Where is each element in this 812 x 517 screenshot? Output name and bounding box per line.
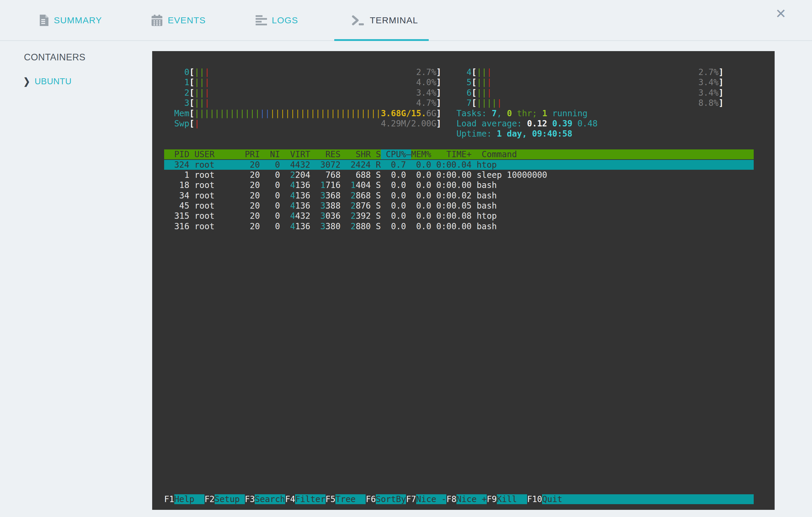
- tab-summary[interactable]: SUMMARY: [39, 0, 102, 40]
- fkey-f6[interactable]: F6SortBy: [366, 494, 406, 504]
- htop-uptime-row: Uptime: 1 day, 09:40:58: [164, 129, 754, 139]
- terminal[interactable]: 0[||| 2.7%] 4[||| 2.7%] 1[||| 4.0%] 5[||…: [152, 51, 775, 510]
- document-icon: [39, 14, 49, 26]
- htop-swp-load-row: Swp[| 4.29M/2.00G] Load average: 0.12 0.…: [164, 119, 754, 129]
- htop-process-row[interactable]: 315 root 20 0 4432 3036 2392 S 0.0 0.0 0…: [164, 211, 754, 221]
- terminal-content: 0[||| 2.7%] 4[||| 2.7%] 1[||| 4.0%] 5[||…: [164, 67, 754, 232]
- sidebar-item-label: UBUNTU: [35, 77, 72, 86]
- tab-terminal[interactable]: TERMINAL: [351, 0, 418, 40]
- fkey-f7[interactable]: F7Nice -: [406, 494, 446, 504]
- tab-events[interactable]: EVENTS: [151, 0, 206, 40]
- fkey-f1[interactable]: F1Help: [164, 494, 204, 504]
- fkey-f2[interactable]: F2Setup: [204, 494, 245, 504]
- fkey-f10[interactable]: F10Quit: [527, 494, 573, 504]
- chevron-right-icon: ❯: [23, 76, 30, 87]
- htop-process-row[interactable]: 18 root 20 0 4136 1716 1404 S 0.0 0.0 0:…: [164, 180, 754, 190]
- tab-label: TERMINAL: [370, 15, 418, 25]
- htop-cpu-meters-row: 3[||| 4.7%] 7[||||| 8.8%]: [164, 98, 754, 108]
- fkey-f3[interactable]: F3Search: [245, 494, 285, 504]
- htop-process-row[interactable]: 1 root 20 0 2204 768 688 S 0.0 0.0 0:00.…: [164, 170, 754, 180]
- terminal-icon: [351, 14, 365, 26]
- htop-process-row[interactable]: 316 root 20 0 4136 3380 2880 S 0.0 0.0 0…: [164, 221, 754, 232]
- sidebar-item-ubuntu[interactable]: ❯ UBUNTU: [23, 77, 71, 86]
- terminal-fbar: F1Help F2Setup F3SearchF4FilterF5Tree F6…: [164, 494, 754, 505]
- htop-cpu-meters-row: 1[||| 4.0%] 5[||| 3.4%]: [164, 78, 754, 88]
- tab-label: LOGS: [272, 15, 298, 25]
- logs-icon: [256, 14, 267, 26]
- htop-mem-tasks-row: Mem[||||||||||||||||||||||||||||||||||||…: [164, 109, 754, 119]
- close-button[interactable]: ✕: [775, 7, 786, 20]
- calendar-icon: [151, 14, 163, 26]
- htop-blank-line: [164, 139, 754, 149]
- htop-cpu-meters-row: 2[||| 3.4%] 6[||| 3.4%]: [164, 88, 754, 98]
- tab-logs[interactable]: LOGS: [256, 0, 298, 40]
- active-tab-indicator: [334, 39, 429, 41]
- htop-process-row[interactable]: 324 root 20 0 4432 3072 2424 R 0.7 0.0 0…: [164, 160, 754, 170]
- htop-cpu-meters-row: 0[||| 2.7%] 4[||| 2.7%]: [164, 67, 754, 78]
- htop-table-header[interactable]: PID USER PRI NI VIRT RES SHR S CPU%–MEM%…: [164, 149, 754, 160]
- fkey-f5[interactable]: F5Tree: [326, 494, 366, 504]
- tab-label: SUMMARY: [54, 15, 102, 25]
- tab-label: EVENTS: [168, 15, 206, 25]
- htop-process-row[interactable]: 34 root 20 0 4136 3368 2868 S 0.0 0.0 0:…: [164, 191, 754, 201]
- fkey-f4[interactable]: F4Filter: [285, 494, 326, 504]
- fkey-f9[interactable]: F9Kill: [487, 494, 527, 504]
- tab-bar: SUMMARY EVENTS LOGS TERMIN: [0, 0, 812, 41]
- sidebar-heading: CONTAINERS: [24, 52, 86, 63]
- fkey-f8[interactable]: F8Nice +: [446, 494, 487, 504]
- htop-process-row[interactable]: 45 root 20 0 4136 3388 2876 S 0.0 0.0 0:…: [164, 201, 754, 211]
- fbar-fill: [573, 494, 754, 504]
